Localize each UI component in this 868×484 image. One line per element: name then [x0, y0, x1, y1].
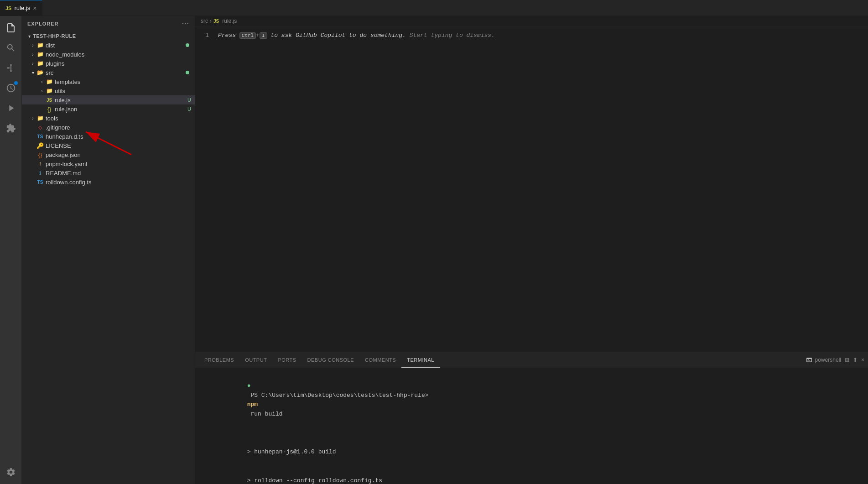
breadcrumb-js-icon: JS	[213, 19, 219, 24]
extensions-activity-icon[interactable]	[3, 120, 19, 136]
tree-item-rolldown[interactable]: › TS rolldown.config.ts	[22, 177, 195, 187]
editor-line-1: 1 Press Ctrl+I to ask GitHub Copilot to …	[195, 30, 868, 40]
project-label: TEST-HHP-RULE	[33, 33, 195, 39]
explorer-activity-icon[interactable]	[3, 20, 19, 36]
tree-item-node-modules[interactable]: › 📁 node_modules	[22, 50, 195, 59]
readme-label: README.md	[46, 170, 195, 177]
hint-key-i: I	[260, 32, 267, 39]
templates-arrow: ›	[38, 78, 46, 85]
terminal-content[interactable]: ● PS C:\Users\tim\Desktop\codes\tests\te…	[195, 368, 868, 484]
src-modified-dot	[186, 71, 189, 74]
tree-item-license[interactable]: › 🔑 LICENSE	[22, 141, 195, 150]
dist-modified-dot	[186, 43, 189, 47]
explorer-header: EXPLORER ···	[22, 16, 195, 31]
panel-tab-right-actions: powershell ⊞ ⬆ ×	[806, 357, 864, 363]
tab-ports[interactable]: PORTS	[272, 352, 301, 368]
json-icon-rule-json: {}	[46, 105, 53, 113]
tab-label: rule.js	[14, 5, 30, 11]
extensions-icon	[6, 123, 16, 133]
rolldown-label: rolldown.config.ts	[46, 179, 195, 186]
svg-point-1	[10, 70, 12, 72]
tab-terminal[interactable]: TERMINAL	[401, 352, 440, 368]
tree-item-utils[interactable]: › 📁 utils	[22, 86, 195, 95]
tree-item-pnpm-lock[interactable]: › ! pnpm-lock.yaml	[22, 159, 195, 168]
run-activity-icon[interactable]	[3, 100, 19, 116]
explorer-menu-icon[interactable]: ···	[182, 20, 189, 28]
hint-to: to ask GitHub Copilot to do something.	[267, 32, 406, 39]
activity-badge	[14, 81, 18, 85]
license-label: LICENSE	[46, 142, 195, 149]
tree-item-plugins[interactable]: › 📁 plugins	[22, 59, 195, 68]
tree-item-gitignore[interactable]: › ◇ .gitignore	[22, 123, 195, 132]
tools-arrow: ›	[29, 114, 36, 122]
panel-tabs: PROBLEMS OUTPUT PORTS DEBUG CONSOLE COMM…	[195, 352, 868, 368]
md-icon: ℹ	[36, 169, 44, 177]
clock-icon	[6, 83, 16, 93]
maximize-panel-icon[interactable]: ⬆	[853, 357, 858, 363]
project-arrow: ▾	[26, 32, 33, 40]
hint-plus: +	[256, 32, 260, 39]
tab-close-button[interactable]: ×	[33, 5, 36, 12]
close-panel-icon[interactable]: ×	[861, 357, 864, 363]
tree-item-tools[interactable]: › 📁 tools	[22, 114, 195, 123]
package-json-label: package.json	[46, 151, 195, 158]
dist-arrow: ›	[29, 42, 36, 49]
powershell-label-area: powershell	[806, 357, 841, 363]
terminal-line-build1: > hunhepan-js@1.0.0 build	[204, 438, 859, 467]
ts-icon-hunhepan: TS	[36, 133, 44, 140]
tree-item-rule-json[interactable]: › {} rule.json U	[22, 104, 195, 114]
tree-item-dist[interactable]: › 📁 dist	[22, 41, 195, 50]
tree-item-readme[interactable]: › ℹ README.md	[22, 168, 195, 177]
editor-area: src › JS rule.js 1 Press Ctrl+I to ask G…	[195, 16, 868, 484]
folder-icon-tools: 📁	[36, 114, 44, 122]
tab-comments[interactable]: COMMENTS	[359, 352, 401, 368]
pnpm-lock-label: pnpm-lock.yaml	[46, 161, 195, 167]
code-editor[interactable]: 1 Press Ctrl+I to ask GitHub Copilot to …	[195, 26, 868, 352]
terminal-prompt-dot: ●	[247, 382, 251, 389]
settings-activity-icon[interactable]	[3, 464, 19, 480]
terminal-line-build2: > rolldown --config rolldown.config.ts	[204, 467, 859, 484]
tab-debug-console[interactable]: DEBUG CONSOLE	[302, 352, 359, 368]
tree-item-hunhepan[interactable]: › TS hunhepan.d.ts	[22, 132, 195, 141]
tree-item-src[interactable]: ▾ 📂 src	[22, 68, 195, 77]
terminal-line-blank1	[204, 429, 859, 438]
folder-icon-pl: 📁	[36, 60, 44, 67]
plugins-arrow: ›	[29, 60, 36, 67]
tab-problems[interactable]: PROBLEMS	[199, 352, 239, 368]
ts-icon-rolldown: TS	[36, 178, 44, 186]
settings-icon	[6, 467, 16, 477]
search-activity-icon[interactable]	[3, 40, 19, 56]
tools-label: tools	[46, 115, 195, 122]
folder-icon-utils: 📁	[46, 87, 53, 94]
breadcrumb-sep1: ›	[210, 18, 212, 24]
js-file-icon: JS	[5, 5, 11, 11]
clock-activity-icon[interactable]	[3, 80, 19, 96]
folder-icon-nm: 📁	[36, 51, 44, 58]
tree-item-templates[interactable]: › 📁 templates	[22, 77, 195, 86]
tree-item-rule-js[interactable]: › JS rule.js U	[22, 95, 195, 104]
files-icon	[5, 22, 16, 33]
hint-dismiss: Start typing to dismiss.	[406, 32, 495, 39]
powershell-label: powershell	[815, 357, 841, 363]
tree-item-package-json[interactable]: › {} package.json	[22, 150, 195, 159]
rule-json-label: rule.json	[55, 106, 187, 113]
git-activity-icon[interactable]	[3, 60, 19, 76]
tab-rule-js[interactable]: JS rule.js ×	[0, 0, 42, 16]
yaml-icon: !	[36, 160, 44, 167]
templates-label: templates	[55, 78, 195, 85]
tab-output[interactable]: OUTPUT	[239, 352, 272, 368]
terminal-run-build: run build	[247, 411, 283, 417]
svg-point-0	[10, 64, 12, 66]
project-root[interactable]: ▾ TEST-HHP-RULE	[22, 31, 195, 41]
terminal-icon	[806, 357, 812, 363]
terminal-line-prompt: ● PS C:\Users\tim\Desktop\codes\tests\te…	[204, 372, 859, 429]
svg-point-2	[7, 67, 9, 69]
tab-bar: JS rule.js ×	[0, 0, 868, 16]
folder-icon-tpl: 📁	[46, 78, 53, 85]
folder-icon-src: 📂	[36, 69, 44, 76]
breadcrumb-src: src	[201, 18, 208, 24]
dist-label: dist	[46, 42, 186, 49]
breadcrumb: src › JS rule.js	[195, 16, 868, 26]
split-terminal-icon[interactable]: ⊞	[845, 357, 849, 363]
terminal-path: PS C:\Users\tim\Desktop\codes\tests\test…	[247, 392, 432, 399]
